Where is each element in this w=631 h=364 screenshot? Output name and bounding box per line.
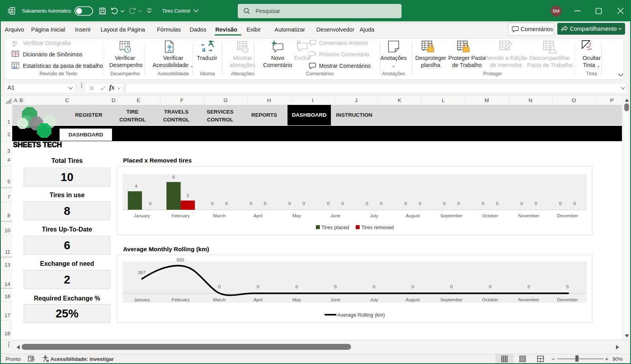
svg-text:0: 0: [482, 201, 484, 206]
svg-text:Tires placed: Tires placed: [321, 224, 349, 230]
svg-text:0: 0: [573, 201, 576, 206]
svg-text:February: February: [172, 297, 190, 302]
svg-text:abc: abc: [12, 40, 18, 44]
svg-text:0: 0: [559, 201, 562, 206]
svg-text:June: June: [330, 297, 340, 302]
svg-text:0: 0: [457, 201, 459, 206]
svg-text:November: November: [518, 213, 539, 218]
svg-text:a: a: [202, 45, 205, 53]
svg-text:April: April: [254, 213, 263, 218]
svg-text:June: June: [330, 213, 340, 218]
svg-text:0: 0: [373, 284, 375, 289]
svg-text:0: 0: [443, 201, 445, 206]
svg-text:0: 0: [327, 201, 329, 206]
svg-text:123: 123: [12, 65, 17, 69]
svg-text:September: September: [441, 297, 463, 302]
svg-text:0: 0: [288, 201, 291, 206]
svg-text:0: 0: [264, 201, 266, 206]
svg-text:0: 0: [404, 201, 407, 206]
svg-text:May: May: [293, 213, 301, 218]
svg-text:November: November: [518, 297, 539, 302]
svg-text:0: 0: [450, 284, 452, 289]
svg-text:0: 0: [380, 201, 382, 206]
svg-text:August: August: [406, 213, 420, 218]
svg-text:267: 267: [138, 270, 145, 275]
svg-text:0: 0: [225, 201, 228, 206]
svg-text:0: 0: [489, 284, 491, 289]
svg-text:Tires removed: Tires removed: [361, 224, 394, 230]
svg-text:March: March: [213, 213, 226, 218]
svg-text:0: 0: [211, 201, 213, 206]
svg-text:January: January: [134, 213, 150, 218]
svg-text:0: 0: [521, 201, 523, 206]
svg-text:August: August: [406, 297, 420, 302]
svg-text:September: September: [441, 213, 463, 218]
svg-text:0: 0: [496, 201, 498, 206]
svg-text:0: 0: [302, 201, 305, 206]
svg-text:October: October: [482, 297, 498, 302]
svg-text:May: May: [293, 297, 301, 302]
svg-text:2: 2: [187, 193, 189, 198]
svg-text:July: July: [370, 213, 378, 218]
svg-text:0: 0: [334, 284, 336, 289]
svg-text:500: 500: [176, 258, 184, 262]
svg-text:December: December: [557, 297, 578, 302]
svg-text:July: July: [370, 297, 378, 302]
svg-text:January: January: [134, 297, 150, 302]
svg-text:Average Rolling (km): Average Rolling (km): [337, 312, 385, 318]
svg-text:March: March: [213, 297, 226, 302]
svg-text:April: April: [254, 297, 263, 302]
svg-text:October: October: [482, 213, 498, 218]
svg-text:0: 0: [341, 201, 344, 206]
svg-text:0: 0: [295, 284, 298, 289]
svg-text:4: 4: [135, 184, 138, 189]
svg-text:0: 0: [149, 201, 151, 206]
svg-text:0: 0: [566, 284, 569, 289]
svg-text:0: 0: [366, 201, 368, 206]
svg-text:December: December: [557, 213, 578, 218]
svg-text:0: 0: [418, 201, 421, 206]
svg-text:0: 0: [535, 201, 537, 206]
svg-text:0: 0: [257, 284, 259, 289]
svg-text:0: 0: [218, 284, 220, 289]
svg-text:0: 0: [411, 284, 414, 289]
svg-text:6: 6: [172, 175, 175, 179]
svg-text:0: 0: [528, 284, 530, 289]
svg-text:February: February: [172, 213, 190, 218]
svg-text:0: 0: [250, 201, 252, 206]
